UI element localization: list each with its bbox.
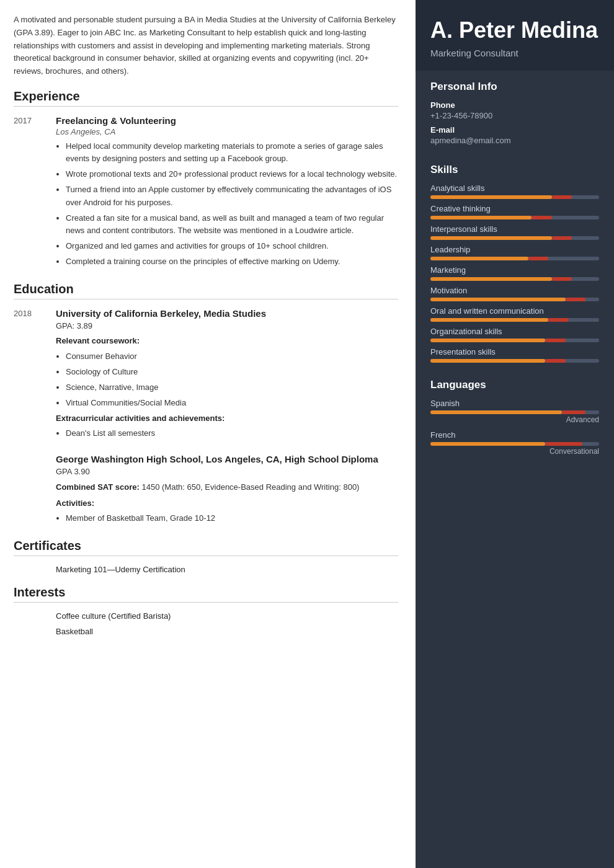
skill-name-label: Marketing — [430, 265, 599, 275]
phone-value: +1-23-456-78900 — [430, 111, 599, 120]
lang-bar-fill — [430, 410, 562, 414]
interest-value-1: Basketball — [56, 627, 93, 636]
bullet-item: Helped local community develop marketing… — [66, 140, 398, 165]
education-year-1 — [14, 454, 56, 528]
lang-bar-bg — [430, 410, 599, 414]
skill-bar-fill — [430, 195, 552, 199]
education-year-0: 2018 — [14, 308, 56, 443]
coursework-label: Relevant coursework: — [56, 336, 140, 345]
interest-spacer-0 — [14, 611, 56, 621]
education-body-0: University of California Berkeley, Media… — [56, 308, 398, 443]
languages-title: Languages — [430, 379, 599, 391]
sat-value: 1450 (Math: 650, Evidence-Based Reading … — [141, 482, 359, 492]
skill-bar-bg — [430, 359, 599, 363]
experience-entry-title-0: Freelancing & Volunteering — [56, 115, 398, 126]
skill-bar-fill — [430, 359, 545, 363]
skill-name-label: Leadership — [430, 245, 599, 254]
language-item: SpanishAdvanced — [430, 399, 599, 424]
skill-bar-remaining — [545, 359, 566, 363]
skill-bar-remaining — [545, 339, 566, 342]
skill-bar-bg — [430, 298, 599, 301]
skill-bar-remaining — [528, 257, 549, 260]
bullet-item: Created a fan site for a musical band, a… — [66, 212, 398, 237]
bullet-item: Completed a training course on the princ… — [66, 255, 398, 268]
personal-info-section: Personal Info Phone +1-23-456-78900 E-ma… — [416, 71, 614, 154]
experience-entry-subtitle-0: Los Angeles, CA — [56, 127, 398, 136]
activities-label: Activities: — [56, 498, 94, 508]
cert-row-0: Marketing 101—Udemy Certification — [14, 565, 398, 574]
education-entry-title-1: George Washington High School, Los Angel… — [56, 454, 398, 464]
skill-bar-remaining — [548, 318, 569, 322]
skill-name-label: Presentation skills — [430, 347, 599, 356]
skills-list: Analytical skillsCreative thinkingInterp… — [430, 184, 599, 363]
education-gpa-0: GPA: 3.89 — [56, 320, 398, 332]
extra-list: Dean's List all semesters — [56, 427, 398, 440]
sidebar-role: Marketing Consultant — [430, 48, 599, 58]
education-body-1: George Washington High School, Los Angel… — [56, 454, 398, 528]
lang-bar-fill — [430, 442, 545, 446]
skill-item: Presentation skills — [430, 347, 599, 363]
education-title: Education — [14, 282, 398, 299]
experience-title: Experience — [14, 89, 398, 107]
bullet-item: Organized and led games and activities f… — [66, 240, 398, 252]
sidebar-column: A. Peter Medina Marketing Consultant Per… — [416, 0, 614, 868]
skill-name-label: Analytical skills — [430, 184, 599, 193]
languages-section: Languages SpanishAdvancedFrenchConversat… — [416, 369, 614, 461]
skill-item: Leadership — [430, 245, 599, 260]
interest-spacer-1 — [14, 627, 56, 636]
extra-item: Dean's List all semesters — [66, 427, 398, 440]
skill-name-label: Creative thinking — [430, 204, 599, 213]
education-entry-0: 2018 University of California Berkeley, … — [14, 308, 398, 443]
coursework-item: Science, Narrative, Image — [66, 381, 398, 394]
skill-name-label: Motivation — [430, 286, 599, 295]
skill-bar-remaining — [552, 195, 572, 199]
skills-section: Skills Analytical skillsCreative thinkin… — [416, 154, 614, 369]
skill-item: Organizational skills — [430, 327, 599, 342]
interests-section: Interests Coffee culture (Certified Bari… — [14, 585, 398, 636]
languages-list: SpanishAdvancedFrenchConversational — [430, 399, 599, 456]
certificates-section: Certificates Marketing 101—Udemy Certifi… — [14, 539, 398, 574]
lang-name-label: Spanish — [430, 399, 599, 408]
sat-label: Combined SAT score: — [56, 482, 140, 492]
coursework-item: Sociology of Culture — [66, 366, 398, 378]
sidebar-name: A. Peter Medina — [430, 17, 599, 43]
activities-list: Member of Basketball Team, Grade 10-12 — [56, 512, 398, 525]
experience-year-0: 2017 — [14, 115, 56, 271]
skill-item: Analytical skills — [430, 184, 599, 199]
experience-entry-0: 2017 Freelancing & Volunteering Los Ange… — [14, 115, 398, 271]
lang-bar-remaining — [562, 410, 585, 414]
lang-name-label: French — [430, 430, 599, 440]
lang-bar-bg — [430, 442, 599, 446]
skill-bar-bg — [430, 277, 599, 281]
language-item: FrenchConversational — [430, 430, 599, 456]
skill-item: Creative thinking — [430, 204, 599, 219]
skill-bar-remaining — [552, 236, 572, 240]
experience-bullets-0: Helped local community develop marketing… — [56, 140, 398, 268]
interest-row-0: Coffee culture (Certified Barista) — [14, 611, 398, 621]
interest-row-1: Basketball — [14, 627, 398, 636]
skill-bar-fill — [430, 216, 532, 219]
cert-year-0 — [14, 565, 56, 574]
skill-bar-fill — [430, 257, 528, 260]
education-entry-title-0: University of California Berkeley, Media… — [56, 308, 398, 319]
lang-bar-remaining — [545, 442, 582, 446]
experience-section: Experience 2017 Freelancing & Volunteeri… — [14, 89, 398, 271]
extra-label: Extracurricular activities and achieveme… — [56, 414, 225, 423]
bullet-item: Wrote promotional texts and 20+ professi… — [66, 168, 398, 180]
skill-bar-bg — [430, 318, 599, 322]
cert-value-0: Marketing 101—Udemy Certification — [56, 565, 185, 574]
activity-item: Member of Basketball Team, Grade 10-12 — [66, 512, 398, 525]
skill-item: Marketing — [430, 265, 599, 281]
skill-bar-fill — [430, 277, 552, 281]
skill-bar-bg — [430, 216, 599, 219]
skill-bar-remaining — [552, 277, 572, 281]
experience-body-0: Freelancing & Volunteering Los Angeles, … — [56, 115, 398, 271]
skill-bar-bg — [430, 257, 599, 260]
email-label: E-mail — [430, 125, 599, 135]
skill-item: Motivation — [430, 286, 599, 301]
interest-value-0: Coffee culture (Certified Barista) — [56, 611, 171, 621]
skill-bar-fill — [430, 298, 566, 301]
coursework-item: Consumer Behavior — [66, 350, 398, 363]
education-section: Education 2018 University of California … — [14, 282, 398, 528]
skills-title: Skills — [430, 164, 599, 176]
